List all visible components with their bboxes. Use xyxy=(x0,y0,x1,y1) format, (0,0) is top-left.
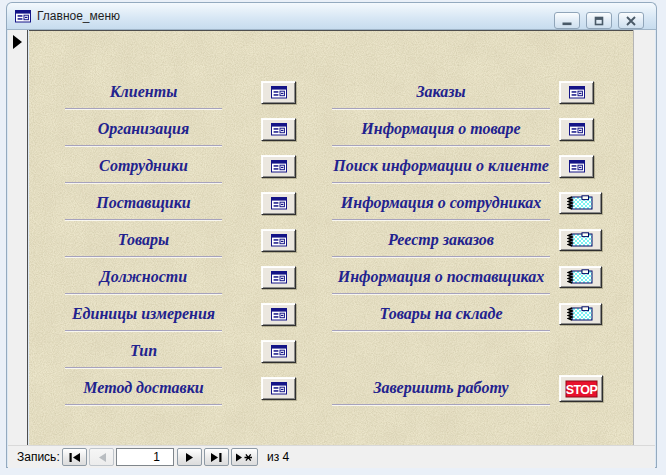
form-icon xyxy=(271,308,287,321)
menu-label: Товары на складе xyxy=(332,301,550,327)
separator-line xyxy=(65,293,222,294)
open-form-button[interactable] xyxy=(559,81,594,104)
separator-line xyxy=(65,367,222,368)
menu-label-cell: Метод доставки xyxy=(65,375,222,405)
menu-row: Информация о товаре xyxy=(332,116,607,146)
menu-label-cell: Должности xyxy=(65,264,222,294)
open-report-button[interactable] xyxy=(559,303,602,325)
form-icon xyxy=(569,160,585,173)
menu-label-cell: Заказы xyxy=(332,79,550,109)
current-record-input[interactable] xyxy=(116,448,174,466)
open-form-button[interactable] xyxy=(559,155,594,178)
new-record-button[interactable] xyxy=(231,448,258,466)
menu-row: Реестр заказов xyxy=(332,227,607,257)
form-icon xyxy=(569,123,585,136)
menu-row: Метод доставки xyxy=(65,375,305,405)
form-icon xyxy=(271,86,287,99)
previous-record-icon xyxy=(97,453,107,462)
report-icon xyxy=(567,306,594,322)
minimize-button[interactable] xyxy=(554,12,580,29)
next-record-button[interactable] xyxy=(177,448,202,466)
menu-label-cell: Клиенты xyxy=(65,79,222,109)
menu-label: Заказы xyxy=(332,79,550,105)
menu-label: Товары xyxy=(65,227,222,253)
menu-row: Информация о поставщиках xyxy=(332,264,607,294)
current-record-arrow-icon xyxy=(13,35,22,49)
separator-line xyxy=(65,330,222,331)
report-icon xyxy=(567,269,594,285)
record-navigation-bar: Запись: xyxy=(8,445,655,468)
open-form-button[interactable] xyxy=(261,229,296,252)
open-form-button[interactable] xyxy=(559,118,594,141)
exit-button[interactable]: STOP xyxy=(559,375,603,402)
new-record-icon xyxy=(236,453,253,462)
menu-label-cell: Организация xyxy=(65,116,222,146)
open-form-button[interactable] xyxy=(261,192,296,215)
separator-line xyxy=(332,219,550,220)
menu-label: Завершить работу xyxy=(332,375,550,401)
open-form-button[interactable] xyxy=(261,266,296,289)
separator-line xyxy=(332,145,550,146)
open-form-button[interactable] xyxy=(261,118,296,141)
window-controls xyxy=(554,12,644,29)
close-icon xyxy=(625,16,637,26)
menu-label: Информация о товаре xyxy=(332,116,550,142)
open-form-button[interactable] xyxy=(261,303,296,326)
open-report-button[interactable] xyxy=(559,266,602,288)
menu-label: Информация о поставщиках xyxy=(332,264,550,290)
menu-label: Реестр заказов xyxy=(332,227,550,253)
form-icon xyxy=(15,10,31,23)
menu-label-cell: Сотрудники xyxy=(65,153,222,183)
menu-label: Единицы измерения xyxy=(65,301,222,327)
first-record-button[interactable] xyxy=(62,448,87,466)
form-icon xyxy=(271,160,287,173)
menu-label: Клиенты xyxy=(65,79,222,105)
separator-line xyxy=(65,145,222,146)
form-canvas: Клиенты Организация Сотрудники xyxy=(29,30,633,445)
separator-line xyxy=(65,182,222,183)
separator-line xyxy=(332,404,550,405)
report-icon xyxy=(567,232,594,248)
menu-row: Должности xyxy=(65,264,305,294)
menu-label-cell: Единицы измерения xyxy=(65,301,222,331)
menu-row: Поставщики xyxy=(65,190,305,220)
separator-line xyxy=(65,404,222,405)
menu-row: Товары на складе xyxy=(332,301,607,331)
previous-record-button[interactable] xyxy=(89,448,114,466)
menu-row: Тип xyxy=(65,338,305,368)
menu-label-cell: Поиск информации о клиенте xyxy=(332,153,550,183)
last-record-icon xyxy=(211,453,223,462)
menu-label: Должности xyxy=(65,264,222,290)
separator-line xyxy=(65,108,222,109)
menu-label: Поставщики xyxy=(65,190,222,216)
separator-line xyxy=(332,293,550,294)
open-form-button[interactable] xyxy=(261,340,296,363)
open-form-button[interactable] xyxy=(261,81,296,104)
menu-label-cell: Товары на складе xyxy=(332,301,550,331)
menu-label: Информация о сотрудниках xyxy=(332,190,550,216)
form-icon xyxy=(271,234,287,247)
menu-row: Организация xyxy=(65,116,305,146)
restore-button[interactable] xyxy=(586,12,612,29)
open-report-button[interactable] xyxy=(559,229,602,251)
record-count-label: из 4 xyxy=(267,450,289,464)
separator-line xyxy=(65,219,222,220)
open-form-button[interactable] xyxy=(261,377,296,400)
last-record-button[interactable] xyxy=(204,448,229,466)
separator-line xyxy=(65,256,222,257)
open-report-button[interactable] xyxy=(559,192,602,214)
menu-label-cell: Информация о сотрудниках xyxy=(332,190,550,220)
menu-row: Клиенты xyxy=(65,79,305,109)
titlebar[interactable]: Главное_меню xyxy=(6,2,657,30)
menu-label-cell: Информация о товаре xyxy=(332,116,550,146)
close-button[interactable] xyxy=(618,12,644,29)
separator-line xyxy=(332,108,550,109)
form-margin-area xyxy=(633,30,655,445)
separator-line xyxy=(332,182,550,183)
record-selector-bar[interactable] xyxy=(8,30,28,445)
menu-label: Сотрудники xyxy=(65,153,222,179)
separator-line xyxy=(332,256,550,257)
form-icon xyxy=(271,123,287,136)
form-icon xyxy=(271,345,287,358)
open-form-button[interactable] xyxy=(261,155,296,178)
